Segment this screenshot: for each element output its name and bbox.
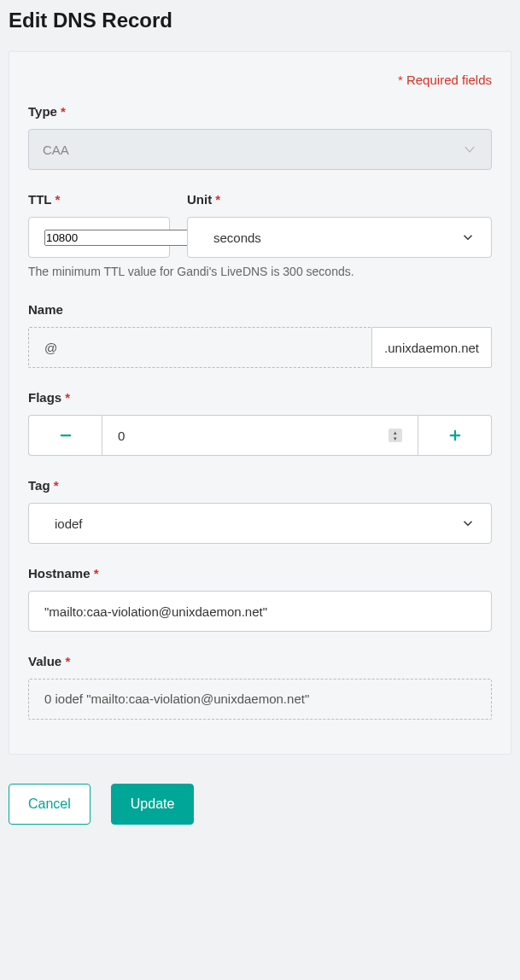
ttl-input[interactable]: ▴▾ (28, 217, 170, 258)
hostname-label: Hostname * (28, 566, 492, 580)
flags-stepper: ▴▾ (28, 415, 492, 456)
unit-label: Unit * (187, 192, 492, 207)
unit-value: seconds (213, 230, 261, 245)
name-input[interactable] (28, 327, 371, 368)
ttl-value[interactable] (44, 230, 192, 246)
tag-value: iodef (55, 516, 83, 531)
tag-select[interactable]: iodef (28, 503, 492, 544)
type-label: Type * (28, 104, 492, 119)
value-label: Value * (28, 654, 492, 668)
type-select: CAA (28, 129, 492, 170)
chevron-down-icon (462, 142, 477, 157)
tag-label: Tag * (28, 478, 492, 493)
hostname-input[interactable] (28, 591, 492, 632)
ttl-hint: The minimum TTL value for Gandi's LiveDN… (28, 265, 492, 278)
value-output: 0 iodef "mailto:caa-violation@unixdaemon… (28, 679, 492, 720)
type-value: CAA (43, 143, 69, 157)
flags-decrement-button[interactable] (28, 415, 102, 456)
number-spinner-icon[interactable]: ▴▾ (389, 429, 402, 442)
update-button[interactable]: Update (111, 784, 195, 825)
chevron-down-icon (460, 230, 476, 245)
required-fields-note: * Required fields (28, 73, 492, 87)
form-card: * Required fields Type * CAA TTL * ▴▾ (9, 51, 511, 755)
chevron-down-icon (460, 516, 476, 531)
unit-select[interactable]: seconds (187, 217, 492, 258)
page-title: Edit DNS Record (9, 9, 511, 32)
flags-increment-button[interactable] (418, 415, 492, 456)
flags-input[interactable] (118, 429, 389, 443)
domain-suffix: .unixdaemon.net (371, 327, 492, 368)
ttl-label: TTL * (28, 192, 170, 207)
flags-label: Flags * (28, 390, 492, 405)
name-label: Name (28, 302, 492, 317)
cancel-button[interactable]: Cancel (9, 784, 91, 825)
